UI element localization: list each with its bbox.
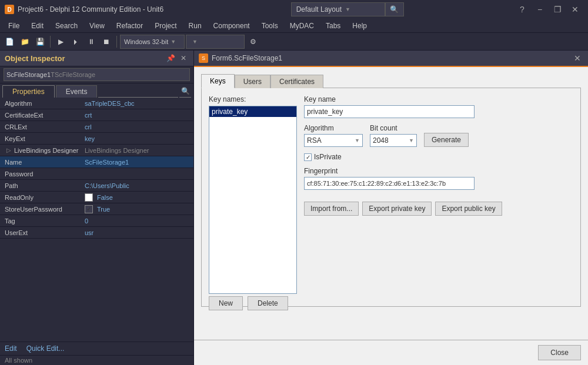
minimize-btn[interactable]: − xyxy=(532,4,548,15)
generate-btn[interactable]: Generate xyxy=(424,133,469,147)
prop-val-name[interactable]: ScFileStorage1 xyxy=(82,159,193,166)
prop-val-userext[interactable]: usr xyxy=(82,229,193,236)
alg-label: Algorithm xyxy=(304,124,363,132)
menu-component[interactable]: Component xyxy=(208,19,256,33)
oi-pin-btn[interactable]: 📌 xyxy=(165,53,176,63)
oi-props-table: Algorithm saTripleDES_cbc CertificateExt… xyxy=(0,98,193,341)
form-title-bar: S Form6.ScFileStorage1 ✕ xyxy=(194,51,588,67)
menu-tabs[interactable]: Tabs xyxy=(320,19,346,33)
oi-title: Object Inspector xyxy=(5,54,65,63)
close-dialog-btn[interactable]: Close xyxy=(538,345,581,360)
prop-val-path[interactable]: C:\Users\Public xyxy=(82,182,193,189)
export-private-btn[interactable]: Export private key xyxy=(362,202,432,216)
menu-project[interactable]: Project xyxy=(149,19,182,33)
alg-col: Algorithm RSA ▼ xyxy=(304,124,363,147)
config-dropdown[interactable]: ▼ xyxy=(186,35,245,49)
menu-file[interactable]: File xyxy=(2,19,25,33)
prop-name-certext: CertificateExt xyxy=(0,112,82,119)
import-export-btns: Import from... Export private key Export… xyxy=(304,202,573,216)
tb-run-btn[interactable]: ▶ xyxy=(54,35,68,49)
isprivate-checkbox[interactable] xyxy=(304,153,312,161)
title-search-btn[interactable]: 🔍 xyxy=(385,2,404,16)
edit-btn[interactable]: Edit xyxy=(5,344,17,353)
prop-val-readonly[interactable]: False xyxy=(82,193,193,202)
oi-component-select[interactable]: ScFileStorage1 TScFileStorage xyxy=(4,68,190,81)
export-public-btn[interactable]: Export public key xyxy=(435,202,502,216)
menu-run[interactable]: Run xyxy=(183,19,208,33)
key-name-field: Key name xyxy=(304,95,573,118)
bitcount-label: Bit count xyxy=(370,124,417,132)
delete-key-btn[interactable]: Delete xyxy=(248,296,288,310)
dropdown-chevron: ▼ xyxy=(345,6,350,12)
prop-val-certext[interactable]: crt xyxy=(82,112,193,119)
quickedit-btn[interactable]: Quick Edit... xyxy=(26,344,65,353)
isprivate-label: IsPrivate xyxy=(314,153,342,161)
prop-name-readonly: ReadOnly xyxy=(0,194,82,201)
form-tab-content: Key names: private_key New Delete xyxy=(201,88,581,307)
bitcount-dropdown[interactable]: 2048 ▼ xyxy=(370,134,417,147)
storeuserpass-checkbox[interactable] xyxy=(85,205,93,213)
prop-name-livebindings: ▷LiveBindings Designer xyxy=(0,147,82,154)
oi-search-toggle[interactable]: 🔍 xyxy=(179,85,191,98)
menu-refactor[interactable]: Refactor xyxy=(111,19,149,33)
menu-view[interactable]: View xyxy=(83,19,111,33)
import-btn[interactable]: Import from... xyxy=(304,202,359,216)
help-btn[interactable]: ? xyxy=(514,4,530,15)
tb-pause-btn[interactable]: ⏸ xyxy=(84,35,98,49)
oi-header: Object Inspector 📌 ✕ xyxy=(0,51,193,66)
prop-val-crlext[interactable]: crl xyxy=(82,123,193,130)
fingerprint-input[interactable] xyxy=(304,177,475,190)
key-name-input[interactable] xyxy=(304,105,475,118)
config-chevron: ▼ xyxy=(192,39,198,45)
oi-close-btn[interactable]: ✕ xyxy=(178,53,189,63)
tb-sep2 xyxy=(116,36,117,48)
prop-val-algorithm[interactable]: saTripleDES_cbc xyxy=(82,100,193,107)
tb-new-btn[interactable]: 📄 xyxy=(2,35,16,49)
oi-tab-properties[interactable]: Properties xyxy=(2,85,55,98)
prop-name-crlext: CRLExt xyxy=(0,123,82,130)
key-action-btns: New Delete xyxy=(209,296,297,310)
alg-dropdown[interactable]: RSA ▼ xyxy=(304,134,363,147)
tb-debug-btn[interactable]: ⏵ xyxy=(69,35,83,49)
platform-dropdown[interactable]: Windows 32-bit ▼ xyxy=(120,35,185,49)
menu-edit[interactable]: Edit xyxy=(25,19,49,33)
prop-val-keyext[interactable]: key xyxy=(82,135,193,142)
prop-name-password: Password xyxy=(0,170,82,178)
prop-val-storeuserpass[interactable]: True xyxy=(82,205,193,213)
oi-tab-events[interactable]: Events xyxy=(56,85,98,98)
key-names-list[interactable]: private_key xyxy=(209,106,297,294)
prop-userext: UserExt usr xyxy=(0,227,193,239)
menu-mydac[interactable]: MyDAC xyxy=(284,19,320,33)
form-body: Keys Users Certificates Key names: priva… xyxy=(194,67,588,340)
menu-bar: File Edit Search View Refactor Project R… xyxy=(0,19,588,33)
window-controls: ? − ❐ ✕ xyxy=(514,4,583,15)
tb-save-btn[interactable]: 💾 xyxy=(33,35,47,49)
close-btn[interactable]: ✕ xyxy=(567,4,583,15)
tb-extra-btn[interactable]: ⚙ xyxy=(246,35,260,49)
tb-open-btn[interactable]: 📁 xyxy=(18,35,32,49)
form-tab-keys[interactable]: Keys xyxy=(201,74,235,88)
form-tab-certs[interactable]: Certificates xyxy=(270,75,323,88)
oi-controls: 📌 ✕ xyxy=(165,53,189,63)
key-list-item[interactable]: private_key xyxy=(209,106,296,117)
readonly-checkbox[interactable] xyxy=(85,193,93,202)
new-key-btn[interactable]: New xyxy=(209,296,243,310)
restore-btn[interactable]: ❐ xyxy=(549,4,566,15)
form-close-footer: Close xyxy=(194,340,588,365)
expand-icon[interactable]: ▷ xyxy=(5,147,13,153)
prop-val-livebindings[interactable]: LiveBindings Designer xyxy=(82,147,193,154)
menu-tools[interactable]: Tools xyxy=(256,19,284,33)
menu-help[interactable]: Help xyxy=(346,19,373,33)
form-icon: S xyxy=(199,53,208,63)
menu-search[interactable]: Search xyxy=(49,19,83,33)
key-names-label: Key names: xyxy=(209,95,297,103)
form-close-btn[interactable]: ✕ xyxy=(572,52,583,64)
layout-dropdown[interactable]: Default Layout ▼ xyxy=(291,2,385,16)
tb-stop-btn[interactable]: ⏹ xyxy=(99,35,113,49)
prop-keyext: KeyExt key xyxy=(0,133,193,145)
object-inspector: Object Inspector 📌 ✕ ScFileStorage1 TScF… xyxy=(0,51,194,365)
prop-livebindings: ▷LiveBindings Designer LiveBindings Desi… xyxy=(0,145,193,156)
prop-val-tag[interactable]: 0 xyxy=(82,217,193,225)
fingerprint-field: Fingerprint xyxy=(304,167,573,190)
form-tab-users[interactable]: Users xyxy=(235,75,270,88)
